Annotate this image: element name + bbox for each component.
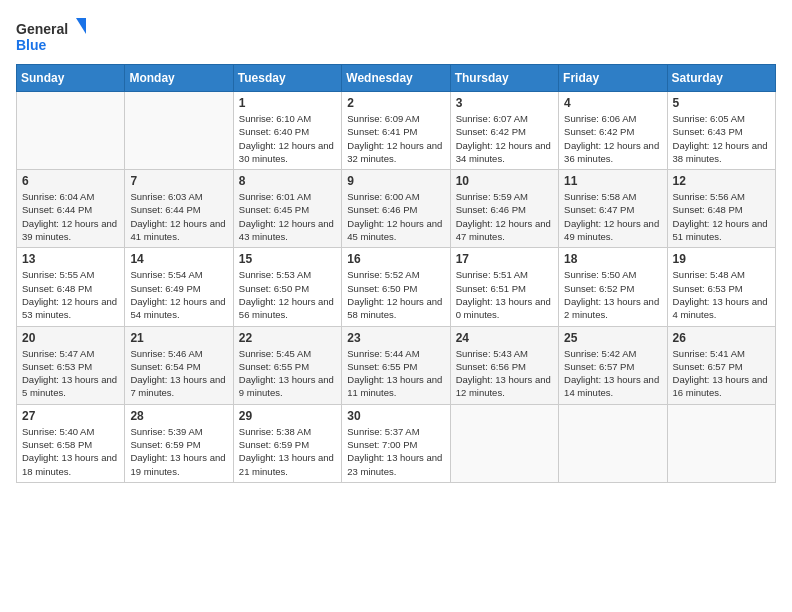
day-number: 8: [239, 174, 336, 188]
calendar-cell: 30Sunrise: 5:37 AM Sunset: 7:00 PM Dayli…: [342, 404, 450, 482]
day-info: Sunrise: 5:48 AM Sunset: 6:53 PM Dayligh…: [673, 268, 770, 321]
calendar-cell: 2Sunrise: 6:09 AM Sunset: 6:41 PM Daylig…: [342, 92, 450, 170]
day-info: Sunrise: 5:37 AM Sunset: 7:00 PM Dayligh…: [347, 425, 444, 478]
day-info: Sunrise: 5:56 AM Sunset: 6:48 PM Dayligh…: [673, 190, 770, 243]
day-number: 3: [456, 96, 553, 110]
day-number: 22: [239, 331, 336, 345]
day-info: Sunrise: 5:41 AM Sunset: 6:57 PM Dayligh…: [673, 347, 770, 400]
calendar-cell: [450, 404, 558, 482]
day-number: 10: [456, 174, 553, 188]
calendar-cell: 14Sunrise: 5:54 AM Sunset: 6:49 PM Dayli…: [125, 248, 233, 326]
calendar-cell: 19Sunrise: 5:48 AM Sunset: 6:53 PM Dayli…: [667, 248, 775, 326]
day-number: 16: [347, 252, 444, 266]
calendar-week-row: 1Sunrise: 6:10 AM Sunset: 6:40 PM Daylig…: [17, 92, 776, 170]
day-number: 11: [564, 174, 661, 188]
day-info: Sunrise: 5:42 AM Sunset: 6:57 PM Dayligh…: [564, 347, 661, 400]
day-number: 26: [673, 331, 770, 345]
calendar-cell: 21Sunrise: 5:46 AM Sunset: 6:54 PM Dayli…: [125, 326, 233, 404]
day-number: 5: [673, 96, 770, 110]
calendar-cell: 6Sunrise: 6:04 AM Sunset: 6:44 PM Daylig…: [17, 170, 125, 248]
calendar-cell: 28Sunrise: 5:39 AM Sunset: 6:59 PM Dayli…: [125, 404, 233, 482]
day-info: Sunrise: 5:38 AM Sunset: 6:59 PM Dayligh…: [239, 425, 336, 478]
day-number: 1: [239, 96, 336, 110]
svg-text:General: General: [16, 21, 68, 37]
calendar-cell: 3Sunrise: 6:07 AM Sunset: 6:42 PM Daylig…: [450, 92, 558, 170]
day-number: 27: [22, 409, 119, 423]
weekday-header: Wednesday: [342, 65, 450, 92]
day-number: 18: [564, 252, 661, 266]
day-info: Sunrise: 5:45 AM Sunset: 6:55 PM Dayligh…: [239, 347, 336, 400]
calendar-cell: [125, 92, 233, 170]
day-info: Sunrise: 5:58 AM Sunset: 6:47 PM Dayligh…: [564, 190, 661, 243]
day-info: Sunrise: 5:43 AM Sunset: 6:56 PM Dayligh…: [456, 347, 553, 400]
logo: General Blue: [16, 16, 86, 56]
day-number: 2: [347, 96, 444, 110]
day-number: 19: [673, 252, 770, 266]
weekday-header: Monday: [125, 65, 233, 92]
calendar-cell: 9Sunrise: 6:00 AM Sunset: 6:46 PM Daylig…: [342, 170, 450, 248]
calendar-cell: 8Sunrise: 6:01 AM Sunset: 6:45 PM Daylig…: [233, 170, 341, 248]
day-info: Sunrise: 5:52 AM Sunset: 6:50 PM Dayligh…: [347, 268, 444, 321]
calendar-cell: 4Sunrise: 6:06 AM Sunset: 6:42 PM Daylig…: [559, 92, 667, 170]
calendar-cell: 11Sunrise: 5:58 AM Sunset: 6:47 PM Dayli…: [559, 170, 667, 248]
day-info: Sunrise: 5:47 AM Sunset: 6:53 PM Dayligh…: [22, 347, 119, 400]
calendar-week-row: 20Sunrise: 5:47 AM Sunset: 6:53 PM Dayli…: [17, 326, 776, 404]
day-info: Sunrise: 5:44 AM Sunset: 6:55 PM Dayligh…: [347, 347, 444, 400]
weekday-header: Thursday: [450, 65, 558, 92]
calendar-week-row: 13Sunrise: 5:55 AM Sunset: 6:48 PM Dayli…: [17, 248, 776, 326]
day-info: Sunrise: 5:39 AM Sunset: 6:59 PM Dayligh…: [130, 425, 227, 478]
day-number: 4: [564, 96, 661, 110]
day-info: Sunrise: 5:51 AM Sunset: 6:51 PM Dayligh…: [456, 268, 553, 321]
day-number: 12: [673, 174, 770, 188]
weekday-header: Sunday: [17, 65, 125, 92]
day-info: Sunrise: 5:54 AM Sunset: 6:49 PM Dayligh…: [130, 268, 227, 321]
svg-marker-2: [76, 18, 86, 34]
calendar-cell: 12Sunrise: 5:56 AM Sunset: 6:48 PM Dayli…: [667, 170, 775, 248]
day-info: Sunrise: 6:01 AM Sunset: 6:45 PM Dayligh…: [239, 190, 336, 243]
calendar-cell: 5Sunrise: 6:05 AM Sunset: 6:43 PM Daylig…: [667, 92, 775, 170]
weekday-header-row: SundayMondayTuesdayWednesdayThursdayFrid…: [17, 65, 776, 92]
day-number: 14: [130, 252, 227, 266]
calendar-cell: [667, 404, 775, 482]
day-number: 7: [130, 174, 227, 188]
calendar-cell: 15Sunrise: 5:53 AM Sunset: 6:50 PM Dayli…: [233, 248, 341, 326]
calendar-cell: 27Sunrise: 5:40 AM Sunset: 6:58 PM Dayli…: [17, 404, 125, 482]
day-info: Sunrise: 5:50 AM Sunset: 6:52 PM Dayligh…: [564, 268, 661, 321]
calendar-cell: [17, 92, 125, 170]
calendar-week-row: 27Sunrise: 5:40 AM Sunset: 6:58 PM Dayli…: [17, 404, 776, 482]
calendar-cell: 29Sunrise: 5:38 AM Sunset: 6:59 PM Dayli…: [233, 404, 341, 482]
day-info: Sunrise: 6:07 AM Sunset: 6:42 PM Dayligh…: [456, 112, 553, 165]
day-number: 29: [239, 409, 336, 423]
weekday-header: Saturday: [667, 65, 775, 92]
day-info: Sunrise: 6:09 AM Sunset: 6:41 PM Dayligh…: [347, 112, 444, 165]
day-info: Sunrise: 6:03 AM Sunset: 6:44 PM Dayligh…: [130, 190, 227, 243]
day-number: 13: [22, 252, 119, 266]
logo-svg: General Blue: [16, 16, 86, 56]
calendar-week-row: 6Sunrise: 6:04 AM Sunset: 6:44 PM Daylig…: [17, 170, 776, 248]
day-info: Sunrise: 5:53 AM Sunset: 6:50 PM Dayligh…: [239, 268, 336, 321]
calendar-cell: 7Sunrise: 6:03 AM Sunset: 6:44 PM Daylig…: [125, 170, 233, 248]
day-info: Sunrise: 5:40 AM Sunset: 6:58 PM Dayligh…: [22, 425, 119, 478]
header: General Blue: [16, 16, 776, 56]
calendar: SundayMondayTuesdayWednesdayThursdayFrid…: [16, 64, 776, 483]
calendar-cell: [559, 404, 667, 482]
day-number: 21: [130, 331, 227, 345]
calendar-cell: 24Sunrise: 5:43 AM Sunset: 6:56 PM Dayli…: [450, 326, 558, 404]
calendar-cell: 26Sunrise: 5:41 AM Sunset: 6:57 PM Dayli…: [667, 326, 775, 404]
day-number: 17: [456, 252, 553, 266]
day-info: Sunrise: 6:05 AM Sunset: 6:43 PM Dayligh…: [673, 112, 770, 165]
calendar-cell: 16Sunrise: 5:52 AM Sunset: 6:50 PM Dayli…: [342, 248, 450, 326]
day-number: 28: [130, 409, 227, 423]
day-info: Sunrise: 6:00 AM Sunset: 6:46 PM Dayligh…: [347, 190, 444, 243]
day-number: 15: [239, 252, 336, 266]
weekday-header: Tuesday: [233, 65, 341, 92]
calendar-cell: 10Sunrise: 5:59 AM Sunset: 6:46 PM Dayli…: [450, 170, 558, 248]
day-number: 20: [22, 331, 119, 345]
day-number: 24: [456, 331, 553, 345]
day-info: Sunrise: 5:46 AM Sunset: 6:54 PM Dayligh…: [130, 347, 227, 400]
day-number: 9: [347, 174, 444, 188]
calendar-cell: 17Sunrise: 5:51 AM Sunset: 6:51 PM Dayli…: [450, 248, 558, 326]
day-number: 25: [564, 331, 661, 345]
calendar-cell: 20Sunrise: 5:47 AM Sunset: 6:53 PM Dayli…: [17, 326, 125, 404]
day-info: Sunrise: 6:10 AM Sunset: 6:40 PM Dayligh…: [239, 112, 336, 165]
